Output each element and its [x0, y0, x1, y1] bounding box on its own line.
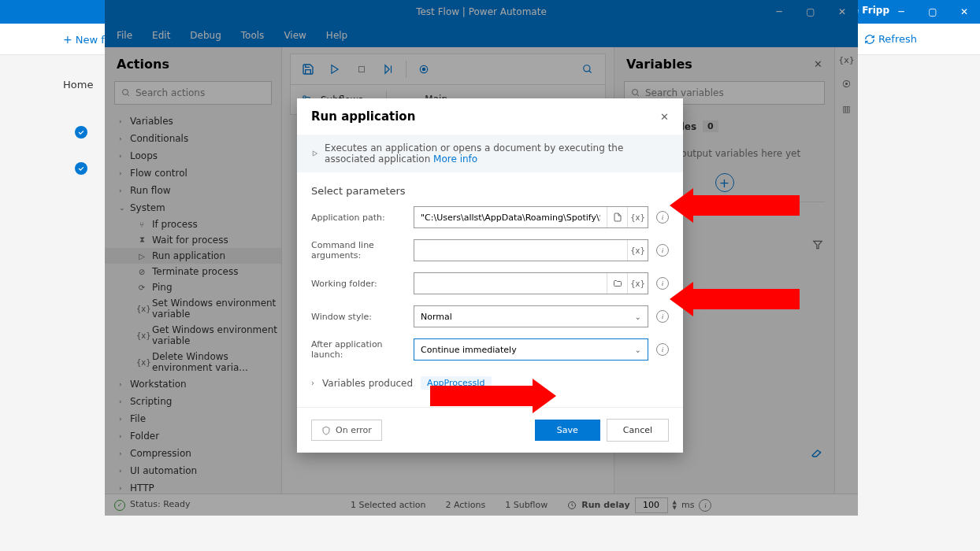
folder-picker-icon[interactable]	[607, 273, 627, 294]
tree-leaf[interactable]: ⑂If process	[105, 216, 281, 232]
tree-leaf[interactable]: ⟳Ping	[105, 279, 281, 295]
window-style-select[interactable]: Normal ⌄	[414, 305, 648, 327]
editor-maximize-button[interactable]: ▢	[795, 0, 826, 24]
search-canvas-button[interactable]	[578, 60, 597, 79]
tree-node[interactable]: ›Variables	[105, 113, 281, 130]
on-error-button[interactable]: On error	[311, 420, 382, 441]
editor-minimize-button[interactable]: ─	[763, 0, 795, 24]
stop-button[interactable]	[352, 60, 371, 79]
tree-node[interactable]: ›HTTP	[105, 479, 281, 494]
minimize-button[interactable]: ─	[885, 0, 917, 24]
cmd-args-input[interactable]	[414, 240, 627, 261]
tree-node[interactable]: ›Scripting	[105, 393, 281, 410]
search-icon	[121, 88, 131, 98]
run-button[interactable]	[325, 60, 344, 79]
status-selected: 1 Selected action	[351, 500, 426, 510]
io-count-badge: 0	[703, 120, 718, 132]
images-icon[interactable]: ▥	[842, 104, 850, 114]
svg-line-11	[589, 71, 592, 73]
maximize-button[interactable]: ▢	[917, 0, 948, 24]
variable-picker-icon[interactable]: {x}	[627, 273, 648, 294]
info-icon[interactable]: i	[656, 310, 669, 323]
tree-node[interactable]: ›Loops	[105, 147, 281, 165]
dialog-title: Run application	[311, 109, 415, 124]
produced-variable-chip[interactable]: AppProcessId	[421, 376, 491, 390]
search-icon	[631, 88, 640, 98]
tree-leaf[interactable]: ⧗Wait for process	[105, 232, 281, 248]
tree-leaf[interactable]: ⊘Terminate process	[105, 264, 281, 279]
dialog-close-button[interactable]: ✕	[660, 111, 669, 123]
info-icon[interactable]: i	[699, 499, 711, 512]
tree-node[interactable]: ›Run flow	[105, 182, 281, 199]
search-actions-input[interactable]: Search actions	[114, 81, 272, 105]
svg-rect-5	[359, 67, 365, 72]
clock-icon	[567, 501, 577, 510]
home-link[interactable]: Home	[63, 79, 93, 91]
status-actions: 2 Actions	[446, 500, 486, 510]
variables-icon[interactable]: {x}	[838, 55, 855, 65]
delay-down[interactable]: ▼	[673, 505, 677, 511]
actions-tree: ›Variables ›Conditionals ›Loops ›Flow co…	[105, 113, 281, 494]
close-variables-panel[interactable]: ✕	[814, 58, 822, 70]
menu-view[interactable]: View	[284, 30, 306, 41]
svg-point-14	[633, 90, 638, 95]
run-delay-input[interactable]	[635, 497, 668, 513]
menu-file[interactable]: File	[117, 30, 132, 41]
play-icon	[311, 149, 318, 158]
tree-node[interactable]: ›File	[105, 410, 281, 427]
tree-node[interactable]: ›Conditionals	[105, 130, 281, 147]
info-icon[interactable]: i	[656, 211, 669, 224]
step-button[interactable]	[379, 60, 398, 79]
filter-icon[interactable]	[812, 239, 823, 250]
editor-toolbar	[290, 54, 606, 85]
connections-icon[interactable]: ⦿	[842, 80, 851, 90]
record-icon	[418, 64, 429, 75]
menu-help[interactable]: Help	[326, 30, 347, 41]
tree-node[interactable]: ›UI automation	[105, 462, 281, 479]
info-icon[interactable]: i	[656, 244, 669, 257]
select-parameters-title: Select parameters	[311, 185, 669, 197]
info-icon[interactable]: i	[656, 343, 669, 356]
save-icon	[302, 63, 314, 76]
tree-node[interactable]: ›Flow control	[105, 165, 281, 182]
actions-panel-title: Actions	[105, 47, 281, 81]
close-button[interactable]: ✕	[948, 0, 980, 24]
menu-debug[interactable]: Debug	[190, 30, 221, 41]
new-flow-button[interactable]: New fl	[63, 33, 107, 46]
file-picker-icon[interactable]	[607, 207, 627, 227]
tree-node[interactable]: ›Compression	[105, 445, 281, 462]
variable-picker-icon[interactable]: {x}	[627, 240, 648, 261]
tree-leaf[interactable]: {x}Get Windows environment variable	[105, 322, 281, 349]
tree-leaf[interactable]: {x}Set Windows environment variable	[105, 295, 281, 322]
cancel-button[interactable]: Cancel	[607, 419, 669, 442]
add-variable-button[interactable]: +	[715, 173, 734, 192]
tree-node[interactable]: ›Folder	[105, 427, 281, 445]
svg-marker-6	[385, 65, 389, 74]
tree-node[interactable]: ›Workstation	[105, 375, 281, 393]
menu-tools[interactable]: Tools	[241, 30, 265, 41]
save-button[interactable]: Save	[535, 420, 600, 441]
editor-close-button[interactable]: ✕	[826, 0, 858, 24]
flow-status-dot	[75, 126, 87, 139]
cmd-args-label: Command line arguments:	[311, 240, 406, 261]
chevron-down-icon: ⌄	[635, 346, 641, 354]
record-button[interactable]	[414, 60, 433, 79]
tree-leaf-run-application[interactable]: ▷Run application	[105, 248, 281, 264]
tree-leaf[interactable]: {x}Delete Windows environment varia...	[105, 349, 281, 375]
svg-marker-18	[313, 151, 317, 156]
tree-node-system[interactable]: ⌄System	[105, 199, 281, 216]
menu-edit[interactable]: Edit	[152, 30, 170, 41]
app-path-input[interactable]	[414, 207, 607, 227]
after-launch-select[interactable]: Continue immediately ⌄	[414, 338, 648, 361]
eraser-icon[interactable]	[811, 446, 823, 458]
info-icon[interactable]: i	[656, 277, 669, 290]
editor-title: Test Flow | Power Automate	[416, 6, 547, 17]
working-folder-input[interactable]	[414, 273, 607, 294]
refresh-button[interactable]: Refresh	[864, 33, 917, 45]
save-button[interactable]	[299, 60, 317, 79]
vars-produced-label[interactable]: Variables produced	[322, 378, 413, 389]
stop-icon	[357, 65, 366, 74]
more-info-link[interactable]: More info	[433, 153, 477, 165]
variable-picker-icon[interactable]: {x}	[627, 207, 648, 227]
shield-icon	[321, 426, 331, 435]
